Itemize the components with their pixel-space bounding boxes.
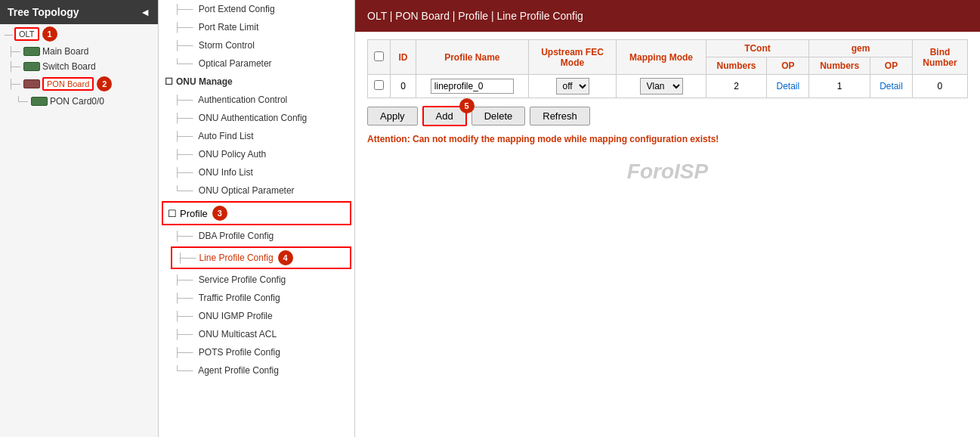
olt-label[interactable]: OLT — [14, 27, 39, 41]
th-id: ID — [391, 40, 416, 75]
delete-button[interactable]: Delete — [471, 107, 526, 126]
attention-body: Can not modify the mapping mode while ma… — [413, 134, 719, 144]
row-gem-op: Detail — [870, 75, 913, 98]
th-gem-numbers: Numbers — [809, 57, 870, 75]
nav-onu-info-list[interactable]: ├── ONU Info List — [159, 163, 354, 181]
tree-dashes: └─ — [15, 96, 28, 107]
switch-board-icon — [23, 62, 40, 71]
th-tcont-op: OP — [767, 57, 809, 75]
th-gem: gem — [809, 40, 913, 57]
breadcrumb-bar: OLT | PON Board | Profile | Line Profile… — [355, 0, 980, 32]
sidebar-item-pon-board[interactable]: ├─ PON Board 2 — [0, 74, 158, 94]
nav-optical-parameter[interactable]: └── Optical Parameter — [159, 54, 354, 73]
apply-button[interactable]: Apply — [367, 107, 418, 126]
row-tcont-numbers: 2 — [706, 75, 767, 98]
content-area: OLT | PON Board | Profile | Line Profile… — [355, 0, 980, 437]
row-checkbox[interactable] — [374, 80, 384, 90]
nav-port-rate-limit[interactable]: ├── Port Rate Limit — [159, 18, 354, 36]
nav-onu-igmp-profile[interactable]: ├── ONU IGMP Profile — [159, 307, 354, 325]
action-buttons: Apply Add 5 Delete Refresh — [367, 106, 968, 126]
main-board-label: Main Board — [42, 46, 88, 57]
row-mapping-mode-cell: Vlan Gem — [617, 75, 706, 98]
nav-section-onu-manage[interactable]: ☐ ONU Manage — [159, 73, 354, 91]
nav-agent-profile-config[interactable]: └── Agent Profile Config — [159, 361, 354, 380]
row-profile-name-cell — [416, 75, 528, 98]
nav-onu-policy-auth[interactable]: ├── ONU Policy Auth — [159, 145, 354, 163]
sidebar-item-olt[interactable]: — OLT 1 — [0, 24, 158, 44]
profile-section-label: Profile — [180, 208, 208, 219]
tree-connector: — — [5, 29, 13, 39]
line-profile-table: ID Profile Name Upstream FECMode Mapping… — [367, 39, 968, 98]
th-upstream-fec: Upstream FECMode — [528, 40, 617, 75]
breadcrumb-text: OLT | PON Board | Profile | Line Profile… — [367, 10, 583, 22]
attention-message: Attention: Can not modify the mapping mo… — [367, 134, 968, 144]
nav-onu-multicast-acl[interactable]: ├── ONU Multicast ACL — [159, 325, 354, 343]
nav-panel: ├── Port Extend Config ├── Port Rate Lim… — [159, 0, 355, 437]
th-gem-op: OP — [870, 57, 913, 75]
profile-name-input[interactable] — [431, 79, 514, 94]
tree-dashes: ├─ — [8, 79, 20, 89]
nav-line-profile-config[interactable]: ├── Line Profile Config 4 — [171, 246, 351, 269]
pon-board-icon — [23, 79, 40, 88]
sidebar-title: Tree Topology — [8, 6, 79, 18]
sidebar-item-pon-card[interactable]: └─ PON Card0/0 — [0, 94, 158, 109]
tcont-detail-link[interactable]: Detail — [777, 81, 800, 91]
nav-service-profile-config[interactable]: ├── Service Profile Config — [159, 271, 354, 289]
nav-port-extend-config[interactable]: ├── Port Extend Config — [159, 0, 354, 18]
th-tcont-numbers: Numbers — [706, 57, 767, 75]
nav-auto-find-list[interactable]: ├── Auto Find List — [159, 127, 354, 145]
watermark: ForoISP — [367, 160, 968, 184]
th-tcont: TCont — [706, 40, 809, 57]
gem-detail-link[interactable]: Detail — [880, 81, 903, 91]
pon-board-label[interactable]: PON Board — [42, 77, 94, 91]
pon-card-label: PON Card0/0 — [50, 96, 104, 107]
badge-5: 5 — [459, 98, 475, 113]
switch-board-label: Switch Board — [42, 61, 96, 72]
nav-onu-optical-parameter[interactable]: └── ONU Optical Parameter — [159, 181, 354, 200]
row-bind-number: 0 — [912, 75, 967, 98]
mapping-mode-select[interactable]: Vlan Gem — [640, 78, 683, 95]
select-all-checkbox[interactable] — [374, 51, 384, 61]
nav-onu-auth-config[interactable]: ├── ONU Authentication Config — [159, 109, 354, 127]
nav-traffic-profile-config[interactable]: ├── Traffic Profile Config — [159, 289, 354, 307]
main-board-icon — [23, 47, 40, 56]
line-profile-label: Line Profile Config — [199, 253, 274, 263]
row-checkbox-cell — [368, 75, 391, 98]
attention-prefix: Attention: — [367, 134, 410, 144]
th-profile-name: Profile Name — [416, 40, 528, 75]
badge-4: 4 — [278, 250, 293, 265]
sidebar-item-switch-board[interactable]: ├─ Switch Board — [0, 59, 158, 74]
nav-section-profile[interactable]: ☐ Profile 3 — [162, 201, 351, 225]
row-id: 0 — [391, 75, 416, 98]
th-checkbox — [368, 40, 391, 75]
badge-2: 2 — [97, 76, 112, 91]
badge-3: 3 — [212, 206, 227, 221]
tree-dashes: ├─ — [8, 61, 20, 72]
badge-1: 1 — [42, 26, 57, 42]
pon-card-icon — [31, 97, 48, 106]
row-upstream-fec-cell: off on — [528, 75, 617, 98]
th-mapping-mode: Mapping Mode — [617, 40, 706, 75]
sidebar-collapse-arrow[interactable]: ◄ — [140, 6, 150, 18]
sidebar-header: Tree Topology ◄ — [0, 0, 158, 24]
content-body: ID Profile Name Upstream FECMode Mapping… — [355, 32, 980, 191]
table-row: 0 off on — [368, 75, 968, 98]
upstream-fec-select[interactable]: off on — [556, 78, 589, 95]
tree-dashes: ├─ — [8, 46, 20, 57]
watermark-text: ForoISP — [627, 160, 708, 183]
nav-pots-profile-config[interactable]: ├── POTS Profile Config — [159, 343, 354, 361]
nav-storm-control[interactable]: ├── Storm Control — [159, 36, 354, 54]
nav-dba-profile-config[interactable]: ├── DBA Profile Config — [159, 227, 354, 245]
row-tcont-op: Detail — [767, 75, 809, 98]
th-bind-number: BindNumber — [912, 40, 967, 75]
nav-authentication-control[interactable]: ├── Authentication Control — [159, 91, 354, 109]
tree-topology-sidebar: Tree Topology ◄ — OLT 1 ├─ Main Board ├─… — [0, 0, 159, 437]
row-gem-numbers: 1 — [809, 75, 870, 98]
refresh-button[interactable]: Refresh — [530, 107, 590, 126]
sidebar-item-main-board[interactable]: ├─ Main Board — [0, 44, 158, 59]
